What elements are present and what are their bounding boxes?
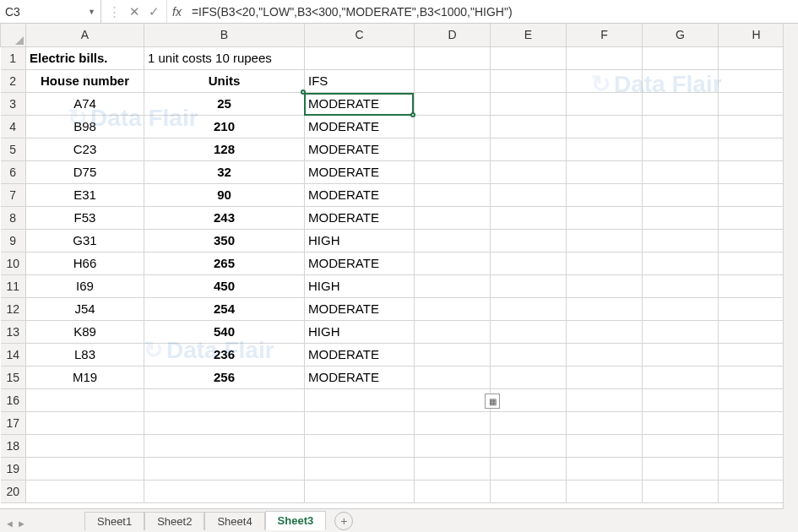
- cell-D16[interactable]: [415, 388, 491, 411]
- cell-G8[interactable]: [643, 206, 719, 229]
- cell-C6[interactable]: MODERATE: [305, 160, 415, 183]
- cell-C5[interactable]: MODERATE: [305, 138, 415, 160]
- cell-E8[interactable]: [491, 206, 567, 229]
- tab-sheet3[interactable]: Sheet3: [265, 511, 327, 530]
- cell-E1[interactable]: [491, 46, 567, 69]
- cell-G2[interactable]: [643, 69, 719, 92]
- row-header-6[interactable]: 6: [1, 160, 26, 183]
- col-header-A[interactable]: A: [26, 24, 144, 46]
- cell-C2[interactable]: IFS: [305, 69, 415, 92]
- col-header-D[interactable]: D: [415, 24, 491, 46]
- cell-A18[interactable]: [26, 434, 144, 457]
- row-header-8[interactable]: 8: [1, 206, 26, 229]
- cell-F18[interactable]: [567, 434, 643, 457]
- cell-C7[interactable]: MODERATE: [305, 183, 415, 206]
- cell-A8[interactable]: F53: [26, 206, 144, 229]
- cell-E7[interactable]: [491, 183, 567, 206]
- cell-F17[interactable]: [567, 411, 643, 434]
- col-header-E[interactable]: E: [491, 24, 567, 46]
- autofill-options-icon[interactable]: ▦: [485, 394, 500, 409]
- row-header-4[interactable]: 4: [1, 115, 26, 138]
- cell-B2[interactable]: Units: [144, 69, 305, 92]
- cell-F4[interactable]: [567, 115, 643, 138]
- cell-E2[interactable]: [491, 69, 567, 92]
- row-header-5[interactable]: 5: [1, 138, 26, 160]
- cell-F19[interactable]: [567, 457, 643, 480]
- cell-A7[interactable]: E31: [26, 183, 144, 206]
- cell-A15[interactable]: M19: [26, 366, 144, 388]
- cell-C14[interactable]: MODERATE: [305, 343, 415, 366]
- cell-B8[interactable]: 243: [144, 206, 305, 229]
- cell-C19[interactable]: [305, 457, 415, 480]
- cell-E12[interactable]: [491, 297, 567, 320]
- row-header-17[interactable]: 17: [1, 411, 26, 434]
- cell-E19[interactable]: [491, 457, 567, 480]
- cell-E16[interactable]: [491, 388, 567, 411]
- cell-G10[interactable]: [643, 252, 719, 274]
- cell-G13[interactable]: [643, 320, 719, 343]
- cell-G15[interactable]: [643, 366, 719, 388]
- cell-A16[interactable]: [26, 388, 144, 411]
- cell-C12[interactable]: MODERATE: [305, 297, 415, 320]
- cell-F16[interactable]: [567, 388, 643, 411]
- cell-C9[interactable]: HIGH: [305, 229, 415, 252]
- tab-sheet4[interactable]: Sheet4: [204, 512, 264, 530]
- cell-B3[interactable]: 25: [144, 92, 305, 115]
- cell-A17[interactable]: [26, 411, 144, 434]
- cell-F10[interactable]: [567, 252, 643, 274]
- row-header-3[interactable]: 3: [1, 92, 26, 115]
- cell-G3[interactable]: [643, 92, 719, 115]
- cell-B17[interactable]: [144, 411, 305, 434]
- cell-D17[interactable]: [415, 411, 491, 434]
- cell-A6[interactable]: D75: [26, 160, 144, 183]
- confirm-icon[interactable]: ✓: [149, 4, 160, 19]
- cell-D3[interactable]: [415, 92, 491, 115]
- row-header-16[interactable]: 16: [1, 388, 26, 411]
- cell-A2[interactable]: House number: [26, 69, 144, 92]
- cell-E9[interactable]: [491, 229, 567, 252]
- cell-B7[interactable]: 90: [144, 183, 305, 206]
- cell-A1[interactable]: Electric bills.: [26, 46, 144, 69]
- name-box[interactable]: C3 ▼: [0, 0, 101, 23]
- cell-F1[interactable]: [567, 46, 643, 69]
- cell-F15[interactable]: [567, 366, 643, 388]
- row-header-2[interactable]: 2: [1, 69, 26, 92]
- cell-B18[interactable]: [144, 434, 305, 457]
- cell-F14[interactable]: [567, 343, 643, 366]
- cell-C17[interactable]: [305, 411, 415, 434]
- row-header-12[interactable]: 12: [1, 297, 26, 320]
- cell-E3[interactable]: [491, 92, 567, 115]
- formula-input[interactable]: =IFS(B3<20,"LOW",B3<300,"MODERATE",B3<10…: [187, 0, 798, 23]
- cell-A14[interactable]: L83: [26, 343, 144, 366]
- cell-A12[interactable]: J54: [26, 297, 144, 320]
- cell-C16[interactable]: [305, 388, 415, 411]
- cell-E18[interactable]: [491, 434, 567, 457]
- row-header-11[interactable]: 11: [1, 274, 26, 297]
- cell-E15[interactable]: [491, 366, 567, 388]
- cell-D7[interactable]: [415, 183, 491, 206]
- cell-A13[interactable]: K89: [26, 320, 144, 343]
- cell-B12[interactable]: 254: [144, 297, 305, 320]
- cell-F7[interactable]: [567, 183, 643, 206]
- selection-handle-br[interactable]: [410, 112, 415, 117]
- cell-G4[interactable]: [643, 115, 719, 138]
- cell-F12[interactable]: [567, 297, 643, 320]
- cell-F5[interactable]: [567, 138, 643, 160]
- tab-sheet2[interactable]: Sheet2: [144, 512, 204, 530]
- cell-B20[interactable]: [144, 480, 305, 502]
- row-header-13[interactable]: 13: [1, 320, 26, 343]
- cell-G1[interactable]: [643, 46, 719, 69]
- cell-B13[interactable]: 540: [144, 320, 305, 343]
- cell-D10[interactable]: [415, 252, 491, 274]
- cell-A20[interactable]: [26, 480, 144, 502]
- cell-D1[interactable]: [415, 46, 491, 69]
- cell-F20[interactable]: [567, 480, 643, 502]
- cell-D11[interactable]: [415, 274, 491, 297]
- cell-G18[interactable]: [643, 434, 719, 457]
- cell-B15[interactable]: 256: [144, 366, 305, 388]
- cell-F8[interactable]: [567, 206, 643, 229]
- cell-D2[interactable]: [415, 69, 491, 92]
- cell-E13[interactable]: [491, 320, 567, 343]
- row-header-20[interactable]: 20: [1, 480, 26, 502]
- col-header-G[interactable]: G: [643, 24, 719, 46]
